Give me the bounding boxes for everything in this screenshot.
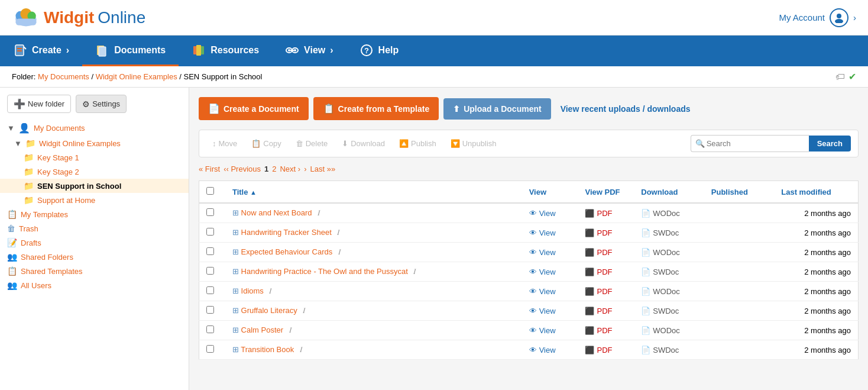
nav-view[interactable]: View › <box>272 36 346 66</box>
key-stage-1-link[interactable]: Key Stage 1 <box>37 153 79 162</box>
pdf-link[interactable]: ⬛ PDF <box>585 248 627 257</box>
download-link[interactable]: 📄 SWDoc <box>641 267 697 276</box>
title-col-header[interactable]: Title ▲ <box>225 181 522 204</box>
upload-icon: ⬆ <box>453 104 460 114</box>
widgit-examples-link[interactable]: Widgit Online Examples <box>39 139 121 148</box>
delete-button[interactable]: 🗑 Delete <box>290 137 334 150</box>
download-link[interactable]: 📄 WODoc <box>641 326 697 335</box>
my-account-label[interactable]: My Account <box>779 12 825 22</box>
my-templates-link[interactable]: My Templates <box>21 210 68 219</box>
pdf-link[interactable]: ⬛ PDF <box>585 287 627 296</box>
view-link[interactable]: 👁 View <box>529 267 571 276</box>
key-stage-2-link[interactable]: Key Stage 2 <box>37 167 79 176</box>
account-area[interactable]: My Account › <box>779 8 856 27</box>
drafts-link[interactable]: Drafts <box>21 238 41 247</box>
unpublish-button[interactable]: 🔽 Unpublish <box>445 137 503 150</box>
sidebar-item-sen-support[interactable]: 📁 SEN Support in School <box>0 179 189 193</box>
pdf-link[interactable]: ⬛ PDF <box>585 228 627 237</box>
support-home-link[interactable]: Support at Home <box>37 196 95 205</box>
next-page[interactable]: Next › <box>280 165 300 173</box>
publish-button[interactable]: 🔼 Publish <box>393 137 442 150</box>
view-link[interactable]: 👁 View <box>529 326 571 335</box>
view-recent-link[interactable]: View recent uploads / downloads <box>556 98 695 120</box>
breadcrumb-my-documents[interactable]: My Documents <box>38 72 89 81</box>
row-checkbox[interactable] <box>206 345 214 353</box>
all-users-link[interactable]: All Users <box>21 281 51 290</box>
sidebar-item-widgit-examples[interactable]: ▼ 📁 Widgit Online Examples <box>0 136 189 150</box>
download-link[interactable]: 📄 WODoc <box>641 248 697 257</box>
nav-help[interactable]: ? Help <box>346 36 412 66</box>
sidebar-item-my-templates[interactable]: 📋 My Templates <box>0 207 189 221</box>
view-link[interactable]: 👁 View <box>529 209 571 218</box>
sidebar-item-key-stage-1[interactable]: 📁 Key Stage 1 <box>0 150 189 165</box>
download-link[interactable]: 📄 SWDoc <box>641 228 697 237</box>
download-link[interactable]: 📄 SWDoc <box>641 307 697 315</box>
first-page[interactable]: « First <box>199 165 220 173</box>
shared-templates-link[interactable]: Shared Templates <box>21 267 83 276</box>
my-documents-link[interactable]: My Documents <box>34 124 85 133</box>
row-checkbox[interactable] <box>206 286 214 294</box>
row-checkbox[interactable] <box>206 306 214 314</box>
pdf-link[interactable]: ⬛ PDF <box>585 346 627 354</box>
account-icon[interactable] <box>830 8 848 27</box>
sidebar-item-key-stage-2[interactable]: 📁 Key Stage 2 <box>0 165 189 179</box>
sidebar-item-all-users[interactable]: 👥 All Users <box>0 278 189 292</box>
shared-folders-link[interactable]: Shared Folders <box>21 253 73 262</box>
sidebar-item-support-home[interactable]: 📁 Support at Home <box>0 193 189 207</box>
row-checkbox[interactable] <box>206 325 214 333</box>
doc-title-link[interactable]: Now and Next Board <box>241 208 312 217</box>
doc-title-link[interactable]: Calm Poster <box>241 325 284 334</box>
create-template-button[interactable]: 📋 Create from a Template <box>313 97 439 120</box>
create-template-icon: 📋 <box>323 103 335 114</box>
doc-title-link[interactable]: Handwriting Tracker Sheet <box>241 228 332 237</box>
row-checkbox[interactable] <box>206 247 214 255</box>
doc-title-link[interactable]: Gruffalo Literacy <box>241 306 297 315</box>
page-2[interactable]: 2 <box>272 165 276 173</box>
doc-title-link[interactable]: Expected Behaviour Cards <box>241 247 333 256</box>
settings-button[interactable]: ⚙ Settings <box>76 95 127 113</box>
sidebar-item-shared-templates[interactable]: 📋 Shared Templates <box>0 264 189 278</box>
download-button[interactable]: ⬇ Download <box>336 137 391 150</box>
sidebar-item-shared-folders[interactable]: 👥 Shared Folders <box>0 250 189 264</box>
pdf-link[interactable]: ⬛ PDF <box>585 326 627 335</box>
sidebar-item-trash[interactable]: 🗑 Trash <box>0 221 189 236</box>
view-link[interactable]: 👁 View <box>529 346 571 354</box>
create-document-button[interactable]: 📄 Create a Document <box>199 97 309 120</box>
move-button[interactable]: ↕ Move <box>206 137 243 150</box>
pdf-link[interactable]: ⬛ PDF <box>585 307 627 315</box>
nav-resources[interactable]: Resources <box>179 36 272 66</box>
upload-button[interactable]: ⬆ Upload a Document <box>443 98 550 120</box>
row-checkbox[interactable] <box>206 267 214 275</box>
doc-title-link[interactable]: Idioms <box>241 286 264 295</box>
sidebar-item-drafts[interactable]: 📝 Drafts <box>0 236 189 250</box>
search-button[interactable]: Search <box>809 136 851 152</box>
view-link[interactable]: 👁 View <box>529 307 571 315</box>
doc-title-link[interactable]: Handwriting Practice - The Owl and the P… <box>241 267 408 276</box>
download-link[interactable]: 📄 SWDoc <box>641 346 697 354</box>
copy-button[interactable]: 📋 Copy <box>245 137 287 150</box>
view-link[interactable]: 👁 View <box>529 287 571 296</box>
breadcrumb-widgit-examples[interactable]: Widgit Online Examples <box>96 72 177 81</box>
prev-page[interactable]: ‹‹ Previous <box>224 165 261 173</box>
pagination: « First ‹‹ Previous 1 2 Next › › Last »» <box>199 165 859 173</box>
select-all-checkbox[interactable] <box>206 187 214 195</box>
download-link[interactable]: 📄 WODoc <box>641 287 697 296</box>
nav-create[interactable]: Create › <box>0 36 82 66</box>
trash-link[interactable]: Trash <box>19 224 38 233</box>
download-link[interactable]: 📄 WODoc <box>641 209 697 218</box>
nav-documents[interactable]: Documents <box>82 36 179 66</box>
row-checkbox[interactable] <box>206 208 214 216</box>
pdf-link[interactable]: ⬛ PDF <box>585 267 627 276</box>
account-arrow[interactable]: › <box>853 12 856 22</box>
pdf-link[interactable]: ⬛ PDF <box>585 209 627 218</box>
next2-page[interactable]: › <box>304 165 306 173</box>
view-link[interactable]: 👁 View <box>529 228 571 237</box>
doc-title-link[interactable]: Transition Book <box>241 345 294 354</box>
new-folder-button[interactable]: ➕ New folder <box>7 95 71 113</box>
sidebar-item-my-documents[interactable]: ▼ 👤 My Documents <box>0 120 189 136</box>
doc-grid-icon: ⊞ <box>232 286 239 295</box>
last-page[interactable]: Last »» <box>310 165 335 173</box>
search-input[interactable] <box>691 135 809 152</box>
view-link[interactable]: 👁 View <box>529 248 571 257</box>
row-checkbox[interactable] <box>206 228 214 236</box>
